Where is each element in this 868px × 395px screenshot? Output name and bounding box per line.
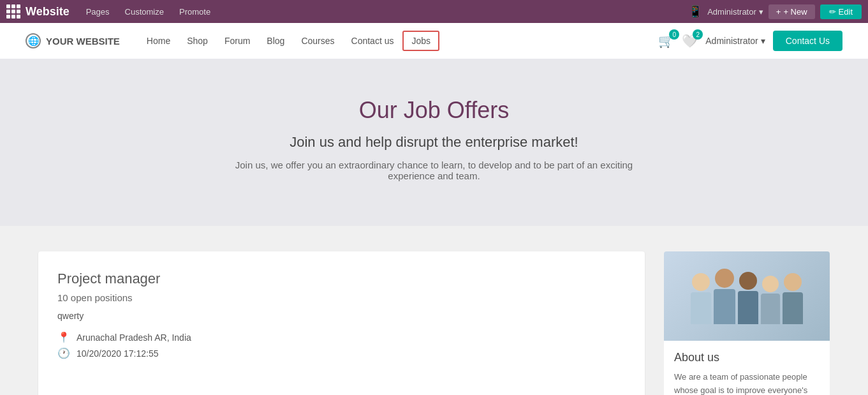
cart-badge: 0 bbox=[669, 29, 679, 40]
people-illustration bbox=[691, 269, 803, 324]
hero-subtitle: Join us and help disrupt the enterprise … bbox=[13, 134, 855, 151]
nav-contact[interactable]: Contact us bbox=[344, 32, 402, 50]
nav-jobs[interactable]: Jobs bbox=[402, 31, 439, 51]
my-website-button[interactable]: Administrator ▾ bbox=[707, 7, 763, 17]
admin-logo-text: Website bbox=[26, 5, 70, 19]
location-icon: 📍 bbox=[57, 331, 70, 343]
sidebar-about: About us We are a team of passionate peo… bbox=[664, 341, 830, 395]
globe-icon: 🌐 bbox=[26, 33, 41, 48]
dropdown-arrow-icon: ▾ bbox=[761, 36, 765, 46]
job-location-text: Arunachal Pradesh AR, India bbox=[77, 332, 191, 343]
admin-dropdown[interactable]: Administrator ▾ bbox=[705, 36, 765, 46]
dropdown-chevron-icon: ▾ bbox=[759, 7, 763, 17]
admin-bar-right: 📱 Administrator ▾ + + New ✏ Edit bbox=[688, 4, 862, 19]
job-location: 📍 Arunachal Pradesh AR, India bbox=[57, 331, 626, 343]
clock-icon: 🕐 bbox=[57, 347, 70, 359]
site-name: YOUR WEBSITE bbox=[46, 36, 120, 47]
pages-link[interactable]: Pages bbox=[80, 4, 116, 19]
nav-shop[interactable]: Shop bbox=[179, 32, 216, 50]
admin-bar-left: Website Pages Customize Promote bbox=[6, 4, 217, 19]
customize-link[interactable]: Customize bbox=[119, 4, 170, 19]
nav-forum[interactable]: Forum bbox=[217, 32, 258, 50]
job-positions: 10 open positions bbox=[57, 292, 626, 303]
job-meta: 📍 Arunachal Pradesh AR, India 🕐 10/20/20… bbox=[57, 331, 626, 359]
site-logo[interactable]: 🌐 YOUR WEBSITE bbox=[26, 33, 120, 48]
nav-right: 🛒 0 🤍 2 Administrator ▾ Contact Us bbox=[658, 31, 842, 51]
wishlist-badge: 2 bbox=[693, 29, 703, 40]
nav-links: Home Shop Forum Blog Courses Contact us … bbox=[139, 31, 658, 51]
about-text: We are a team of passionate people whose… bbox=[674, 371, 820, 395]
grid-icon bbox=[6, 4, 20, 19]
mobile-icon[interactable]: 📱 bbox=[688, 4, 702, 19]
person-3 bbox=[738, 272, 758, 324]
contact-us-button[interactable]: Contact Us bbox=[773, 31, 842, 51]
sidebar: About us We are a team of passionate peo… bbox=[664, 251, 830, 395]
job-title: Project manager bbox=[57, 271, 626, 287]
nav-blog[interactable]: Blog bbox=[259, 32, 292, 50]
nav-home[interactable]: Home bbox=[139, 32, 178, 50]
job-tag: qwerty bbox=[57, 311, 626, 321]
new-button[interactable]: + + New bbox=[769, 4, 815, 19]
sidebar-image bbox=[664, 251, 830, 341]
edit-button[interactable]: ✏ Edit bbox=[820, 4, 862, 19]
person-5 bbox=[783, 273, 803, 324]
job-datetime-text: 10/20/2020 17:12:55 bbox=[77, 348, 158, 359]
hero-title: Our Job Offers bbox=[13, 97, 855, 124]
plus-icon: + bbox=[776, 7, 781, 17]
promote-link[interactable]: Promote bbox=[173, 4, 217, 19]
website-nav: 🌐 YOUR WEBSITE Home Shop Forum Blog Cour… bbox=[0, 23, 868, 59]
job-datetime: 🕐 10/20/2020 17:12:55 bbox=[57, 347, 626, 359]
nav-courses[interactable]: Courses bbox=[293, 32, 342, 50]
main-content: Project manager 10 open positions qwerty… bbox=[0, 226, 868, 395]
admin-bar: Website Pages Customize Promote 📱 Admini… bbox=[0, 0, 868, 23]
admin-nav: Pages Customize Promote bbox=[80, 4, 217, 19]
cart-icon[interactable]: 🛒 0 bbox=[658, 33, 674, 48]
admin-logo[interactable]: Website bbox=[6, 4, 70, 19]
pencil-icon: ✏ bbox=[829, 7, 836, 17]
person-1 bbox=[691, 273, 711, 324]
hero-section: Our Job Offers Join us and help disrupt … bbox=[0, 59, 868, 226]
job-card[interactable]: Project manager 10 open positions qwerty… bbox=[38, 251, 645, 395]
wishlist-icon[interactable]: 🤍 2 bbox=[682, 33, 698, 48]
person-4 bbox=[761, 276, 780, 324]
person-2 bbox=[714, 269, 735, 324]
hero-description: Join us, we offer you an extraordinary c… bbox=[211, 160, 658, 181]
about-title: About us bbox=[674, 351, 820, 364]
